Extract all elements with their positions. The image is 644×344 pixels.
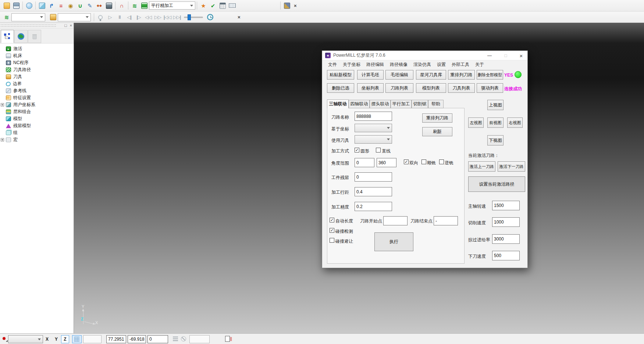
calc-block-button[interactable]: 计算毛坯 bbox=[357, 70, 384, 80]
view-right-button[interactable]: 右视图 bbox=[507, 117, 523, 128]
tab-3axis[interactable]: 三轴联动 bbox=[327, 99, 349, 108]
bidirectional-checkbox[interactable]: ✓ bbox=[404, 159, 409, 164]
tab-explorer-trash[interactable] bbox=[28, 30, 41, 43]
go-end-icon[interactable]: ▷▷| bbox=[172, 13, 182, 22]
rearrange-button[interactable]: 重排列刀路 bbox=[422, 113, 452, 123]
angle-start-input[interactable] bbox=[355, 158, 374, 167]
statusbar-dropdown[interactable] bbox=[8, 335, 43, 343]
close-toolbar-icon[interactable]: × bbox=[235, 14, 243, 20]
angle-end-input[interactable] bbox=[377, 158, 396, 167]
strategy-dropdown[interactable]: 平行精加工 bbox=[149, 1, 195, 10]
tree-item-models[interactable]: 模型 bbox=[0, 115, 74, 122]
view-front-button[interactable]: 前视图 bbox=[487, 117, 504, 128]
step-back-icon[interactable]: ◁| bbox=[124, 13, 134, 22]
axis-z-button[interactable]: Z bbox=[61, 335, 69, 343]
circle-checkbox[interactable]: ✓ bbox=[355, 148, 359, 152]
axis-x-button[interactable]: X bbox=[43, 335, 51, 343]
tree-item-machine-tool[interactable]: 机床 bbox=[0, 52, 74, 59]
tab-4axis[interactable]: 四轴联动 bbox=[349, 100, 370, 108]
tab-explorer-tree[interactable] bbox=[1, 30, 14, 43]
start-point-input[interactable] bbox=[383, 216, 408, 225]
tree-item-stock-models[interactable]: 残留模型 bbox=[0, 122, 74, 129]
strategy-list-icon[interactable] bbox=[139, 1, 149, 10]
edit-toolpath-icon[interactable]: ✎ bbox=[85, 1, 95, 10]
go-start-icon[interactable]: |◁◁ bbox=[163, 13, 172, 22]
toolpath-list-button[interactable]: 刀路列表 bbox=[385, 83, 413, 93]
refresh-button[interactable]: 刷新 bbox=[422, 127, 452, 136]
paste-new-model-button[interactable]: 粘贴新模型 bbox=[327, 70, 354, 80]
stepover-input[interactable] bbox=[355, 187, 392, 196]
tolerance-input[interactable] bbox=[355, 202, 392, 211]
tab-explorer-world[interactable] bbox=[14, 30, 28, 43]
xyz-list-icon[interactable] bbox=[173, 337, 178, 342]
tree-item-patterns[interactable]: 参考线 bbox=[0, 87, 74, 94]
page-indicator-icon[interactable] bbox=[225, 336, 230, 342]
tree-item-levels-and-sets[interactable]: 层和组合 bbox=[0, 108, 74, 115]
tool-list-button[interactable]: 刀具列表 bbox=[448, 83, 475, 93]
panel-grip[interactable]: □ × bbox=[0, 23, 74, 29]
toolpath-icon[interactable]: ≋ bbox=[2, 13, 11, 22]
stock-input[interactable] bbox=[355, 172, 392, 182]
tool-icon[interactable] bbox=[48, 13, 58, 22]
leads-and-links-icon[interactable]: ∪ bbox=[75, 1, 85, 10]
step-forward-icon[interactable]: |▷ bbox=[134, 13, 143, 22]
rewind-icon[interactable]: ◁◁ bbox=[143, 13, 153, 22]
tool-select[interactable] bbox=[355, 135, 392, 144]
expand-icon[interactable] bbox=[1, 103, 4, 106]
tool-library-button[interactable]: 星河刀具库 bbox=[416, 70, 446, 80]
toolpath-dropdown[interactable] bbox=[11, 13, 45, 21]
statusbar-field[interactable] bbox=[83, 335, 102, 343]
tree-item-workplanes[interactable]: 用户坐标系 bbox=[0, 101, 74, 108]
statusbar-field-2[interactable] bbox=[189, 335, 210, 343]
speed-slider[interactable] bbox=[184, 17, 203, 18]
tool-dropdown[interactable] bbox=[58, 13, 91, 21]
menu-render-sim[interactable]: 渲染仿真 bbox=[410, 62, 434, 68]
tree-item-feature-sets[interactable]: 特征设置 bbox=[0, 94, 74, 101]
auto-length-checkbox[interactable]: ✓ bbox=[330, 218, 334, 222]
dialog-titlebar[interactable]: ★ PowerMILL 忆梦星河 7.0.6 — □ × bbox=[322, 51, 527, 60]
model-list-button[interactable]: 模型列表 bbox=[416, 83, 446, 93]
plunge-speed-input[interactable] bbox=[492, 251, 520, 260]
axis-y-button[interactable]: Y bbox=[52, 335, 60, 343]
point-distribution-icon[interactable]: ◆◆ bbox=[95, 1, 104, 10]
collision-check-checkbox[interactable]: ✓ bbox=[330, 228, 334, 233]
tab-parallel[interactable]: 平行加工 bbox=[391, 100, 412, 108]
block-icon[interactable] bbox=[37, 1, 47, 10]
toolpath-icon[interactable]: ≋ bbox=[130, 1, 139, 10]
play-icon[interactable]: ▷ bbox=[105, 13, 115, 22]
coord-list-button[interactable]: 坐标列表 bbox=[357, 83, 384, 93]
menu-about-coords[interactable]: 关于坐标 bbox=[340, 62, 363, 68]
set-active-path-button[interactable]: 设置当前激活路径 bbox=[468, 176, 525, 192]
float-panel-icon[interactable]: □ bbox=[64, 23, 67, 28]
view-left-button[interactable]: 左视图 bbox=[468, 117, 484, 128]
cutting-speed-input[interactable] bbox=[492, 217, 520, 227]
block-edit-button[interactable]: 毛坯编辑 bbox=[385, 70, 413, 80]
close-button[interactable]: × bbox=[515, 51, 527, 60]
view-top-button[interactable]: 上视图 bbox=[487, 100, 504, 110]
menu-path-edit[interactable]: 路径编辑 bbox=[363, 62, 387, 68]
menu-path-mirror[interactable]: 路径镜像 bbox=[387, 62, 410, 68]
activate-prev-button[interactable]: 激活上一刀路 bbox=[468, 161, 495, 172]
coord-select[interactable] bbox=[355, 124, 392, 132]
toolpath-name-input[interactable] bbox=[355, 112, 392, 121]
start-point-icon[interactable]: ◉ bbox=[66, 1, 75, 10]
batch-verify-icon[interactable]: ✔ bbox=[208, 1, 218, 10]
tab-tilt-head[interactable]: 摆头联动 bbox=[370, 100, 391, 108]
rearrange-toolpaths-button[interactable]: 重排列刀路 bbox=[448, 70, 475, 80]
save-icon[interactable] bbox=[11, 1, 21, 10]
collision-avoid-checkbox[interactable] bbox=[330, 238, 334, 243]
fast-forward-icon[interactable]: ▷▷ bbox=[153, 13, 163, 22]
execute-button[interactable]: 执行 bbox=[374, 232, 413, 251]
clock-icon[interactable] bbox=[205, 13, 215, 22]
close-panel-icon[interactable]: × bbox=[70, 23, 72, 28]
rapid-heights-icon[interactable]: ≡ bbox=[56, 1, 66, 10]
menu-external-tools[interactable]: 外部工具 bbox=[449, 62, 472, 68]
menu-file[interactable]: 文件 bbox=[325, 62, 340, 68]
tab-saw[interactable]: 切割锯 bbox=[412, 100, 428, 108]
tree-item-boundaries[interactable]: 边界 bbox=[0, 80, 74, 87]
speed-slider-handle[interactable] bbox=[188, 14, 191, 20]
expand-icon[interactable] bbox=[1, 138, 4, 141]
lightbulb-icon[interactable] bbox=[96, 13, 105, 22]
print-preview-icon[interactable] bbox=[24, 1, 34, 10]
tool-block-icon[interactable] bbox=[104, 1, 114, 10]
